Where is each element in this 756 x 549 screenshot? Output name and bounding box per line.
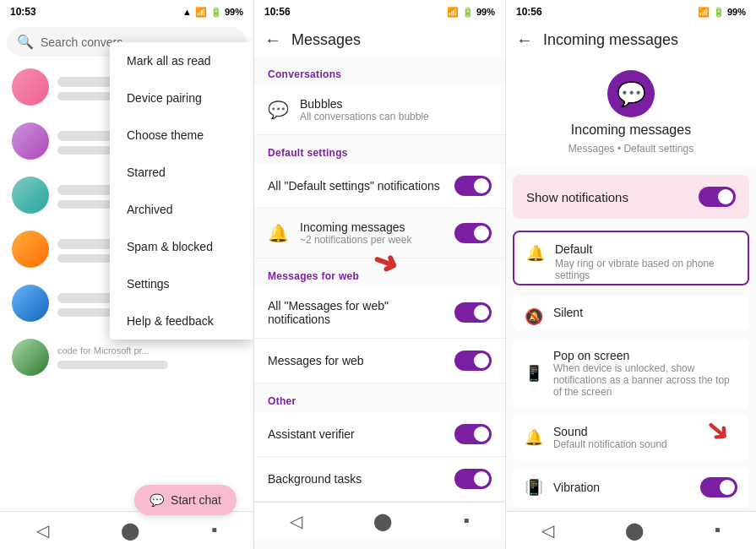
toggle-vibration[interactable]	[700, 477, 737, 497]
avatar	[12, 285, 49, 322]
show-notifications-row[interactable]: Show notifications	[513, 175, 749, 219]
pop-on-screen-sub: When device is unlocked, show notificati…	[553, 362, 737, 398]
status-icons-1: ▲ 📶 🔋 99%	[182, 7, 243, 18]
panel-messages-list: 10:53 ▲ 📶 🔋 99% 🔍 Search convers... Mark…	[0, 0, 253, 549]
toggle-show-notifications[interactable]	[699, 187, 736, 207]
section-label-web: Messages for web	[254, 258, 505, 287]
avatar	[12, 177, 49, 214]
start-chat-button[interactable]: 💬 Start chat	[134, 485, 237, 515]
section-other: Other Assistant verifier Background task…	[254, 383, 505, 502]
bottom-nav-3: ◁ ⬤ ▪	[506, 511, 756, 549]
dropdown-item-spam[interactable]: Spam & blocked	[110, 228, 253, 265]
back-button-2[interactable]: ←	[264, 30, 281, 50]
section-label-default: Default settings	[254, 135, 505, 164]
settings-item-bubbles[interactable]: 💬 Bubbles All conversations can bubble	[254, 85, 505, 135]
nav-back[interactable]: ◁	[19, 517, 66, 544]
avatar	[12, 122, 49, 160]
dropdown-item-settings[interactable]: Settings	[110, 265, 253, 302]
panel-messages-settings: 10:56 📶 🔋 99% ← Messages Conversations 💬…	[253, 0, 505, 549]
time-3: 10:56	[516, 6, 542, 18]
toggle-background[interactable]	[454, 469, 492, 489]
option-silent-title: Silent	[553, 306, 737, 319]
section-label-conversations: Conversations	[254, 57, 505, 85]
toggle-all-default[interactable]	[454, 176, 492, 196]
incoming-icon-symbol: 💬	[617, 80, 646, 108]
bottom-nav-1: ◁ ⬤ ▪	[0, 511, 253, 549]
avatar	[12, 231, 49, 268]
vibration-title: Vibration	[553, 481, 690, 494]
dropdown-item-help[interactable]: Help & feedback	[110, 302, 253, 340]
sound-title: Sound	[553, 425, 737, 438]
vibration-icon: 📳	[525, 478, 543, 497]
panel-incoming-messages: 10:56 📶 🔋 99% ← Incoming messages 💬 Inco…	[505, 0, 756, 549]
settings-item-all-default[interactable]: All "Default settings" notifications	[254, 164, 505, 209]
default-bell-icon: 🔔	[526, 244, 545, 263]
bubbles-icon: 💬	[268, 100, 288, 120]
dropdown-menu: Mark all as read Device pairing Choose t…	[110, 42, 253, 340]
nav-recents-3[interactable]: ▪	[698, 517, 737, 544]
section-messages-web: Messages for web All "Messages for web" …	[254, 258, 505, 383]
nav-recents[interactable]: ▪	[194, 517, 234, 544]
start-chat-icon: 💬	[150, 493, 164, 507]
time-2: 10:56	[264, 6, 291, 18]
search-icon: 🔍	[17, 34, 34, 50]
bottom-nav-2: ◁ ⬤ ▪	[254, 502, 505, 540]
status-bar-1: 10:53 ▲ 📶 🔋 99%	[0, 0, 253, 24]
incoming-title: Incoming messages	[571, 122, 691, 138]
show-notifications-label: Show notifications	[526, 190, 699, 204]
nav-home-3[interactable]: ⬤	[608, 517, 661, 544]
section-default-settings: Default settings All "Default settings" …	[254, 135, 505, 258]
settings-item-incoming[interactable]: 🔔 Incoming messages ~2 notifications per…	[254, 209, 505, 258]
toolbar-3: ← Incoming messages	[506, 24, 756, 57]
settings-item-web[interactable]: Messages for web	[254, 339, 505, 383]
option-default-desc: May ring or vibrate based on phone setti…	[555, 258, 736, 281]
nav-back-2[interactable]: ◁	[273, 508, 319, 535]
time-1: 10:53	[10, 6, 36, 18]
status-bar-2: 10:56 📶 🔋 99%	[254, 0, 505, 24]
toolbar-title-2: Messages	[291, 31, 361, 49]
dropdown-item-starred[interactable]: Starred	[110, 154, 253, 191]
section-label-other: Other	[254, 383, 505, 412]
nav-back-3[interactable]: ◁	[525, 517, 571, 544]
dropdown-item-choose-theme[interactable]: Choose theme	[110, 117, 253, 154]
toggle-web[interactable]	[454, 351, 492, 371]
nav-home[interactable]: ⬤	[104, 517, 156, 544]
pop-on-screen-title: Pop on screen	[553, 349, 737, 362]
incoming-icon-circle: 💬	[607, 70, 655, 117]
toolbar-title-3: Incoming messages	[543, 31, 678, 49]
option-default-title: Default	[555, 242, 736, 256]
dropdown-item-device-pairing[interactable]: Device pairing	[110, 79, 253, 117]
incoming-header: 💬 Incoming messages Messages • Default s…	[506, 57, 756, 168]
section-conversations: Conversations 💬 Bubbles All conversation…	[254, 57, 505, 135]
incoming-icon: 🔔	[268, 223, 288, 243]
settings-row-vibration[interactable]: 📳 Vibration	[513, 467, 749, 508]
sound-icon: 🔔	[525, 428, 543, 447]
dropdown-item-archived[interactable]: Archived	[110, 191, 253, 228]
toolbar-2: ← Messages	[254, 24, 505, 57]
settings-row-pop-on-screen[interactable]: 📱 Pop on screen When device is unlocked,…	[513, 339, 749, 408]
status-bar-3: 10:56 📶 🔋 99%	[506, 0, 756, 24]
toggle-all-web[interactable]	[454, 302, 492, 323]
back-button-3[interactable]: ←	[516, 30, 533, 50]
pop-on-screen-icon: 📱	[525, 364, 543, 383]
dropdown-item-mark-read[interactable]: Mark all as read	[110, 42, 253, 79]
avatar	[12, 68, 49, 106]
settings-row-sound[interactable]: 🔔 Sound Default notification sound	[513, 415, 749, 460]
nav-recents-2[interactable]: ▪	[447, 508, 487, 535]
settings-item-background[interactable]: Background tasks	[254, 457, 505, 502]
incoming-sub: Messages • Default settings	[568, 143, 693, 155]
toggle-incoming[interactable]	[454, 223, 492, 243]
option-silent[interactable]: 🔕 Silent	[513, 296, 749, 330]
option-default[interactable]: 🔔 Default May ring or vibrate based on p…	[513, 231, 749, 285]
nav-home-2[interactable]: ⬤	[356, 508, 409, 535]
status-icons-3: 📶 🔋 99%	[698, 7, 746, 18]
toggle-assistant[interactable]	[454, 424, 492, 444]
avatar	[12, 339, 49, 376]
silent-icon: 🔕	[525, 307, 543, 326]
sound-sub: Default notification sound	[553, 438, 737, 450]
settings-item-all-web[interactable]: All "Messages for web" notifications	[254, 287, 505, 339]
settings-item-assistant[interactable]: Assistant verifier	[254, 412, 505, 457]
start-chat-label: Start chat	[171, 493, 221, 507]
status-icons-2: 📶 🔋 99%	[447, 7, 495, 18]
